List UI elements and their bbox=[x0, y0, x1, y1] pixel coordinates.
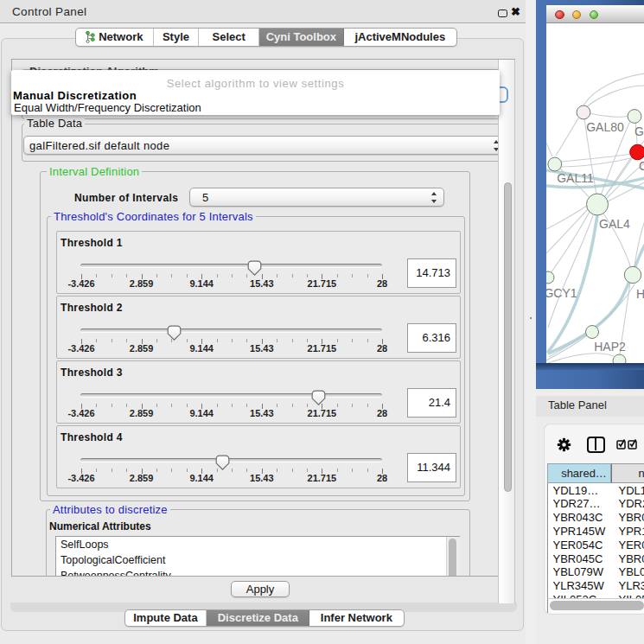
svg-text:GAL11: GAL11 bbox=[557, 171, 594, 185]
svg-text:GAL4: GAL4 bbox=[599, 217, 630, 231]
svg-text:HAP2: HAP2 bbox=[594, 340, 626, 354]
svg-text:GAL80: GAL80 bbox=[586, 120, 624, 134]
svg-text:G.: G. bbox=[634, 124, 644, 138]
svg-text:GCY1: GCY1 bbox=[546, 286, 577, 300]
svg-text:H: H bbox=[636, 287, 644, 301]
svg-text:C: C bbox=[639, 159, 644, 173]
